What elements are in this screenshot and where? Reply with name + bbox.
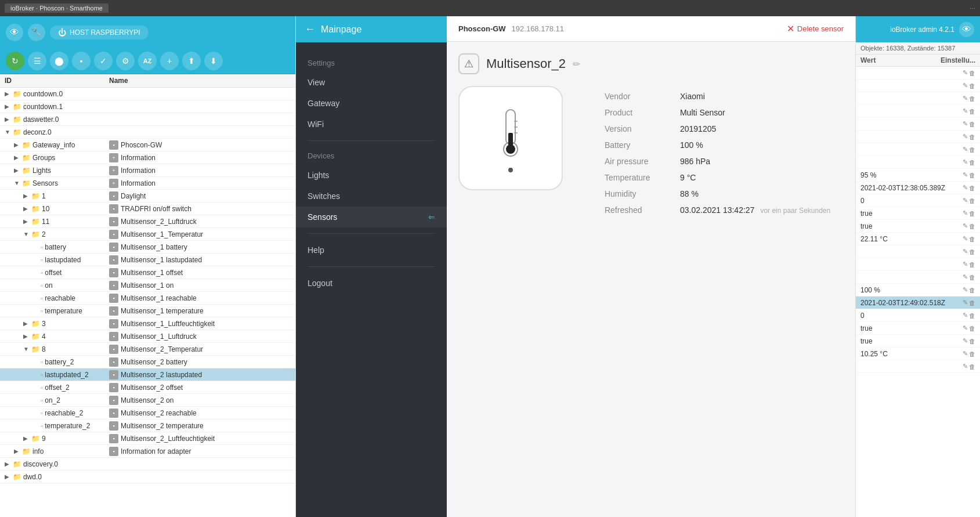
tree-row[interactable]: ▫battery_2▪Multisensor_2 battery [0, 356, 295, 368]
fr-delete-button[interactable]: 🗑 [969, 210, 975, 217]
filter-button[interactable]: ⚙ [116, 52, 135, 70]
add-button[interactable]: + [160, 52, 179, 70]
fr-delete-button[interactable]: 🗑 [969, 185, 975, 191]
tree-row[interactable]: ▼📁8▪Multisensor_2_Temperatur [0, 343, 295, 356]
object-tree[interactable]: ▶📁countdown.0▶📁countdown.1▶📁daswetter.0▼… [0, 88, 295, 517]
nav-lights[interactable]: Lights [296, 165, 447, 186]
fr-edit-button[interactable]: ✎ [963, 312, 968, 319]
tree-row[interactable]: ▫lastupdated_2▪Multisensor_2 lastupdated [0, 368, 295, 381]
fr-delete-button[interactable]: 🗑 [969, 70, 975, 77]
browser-menu[interactable]: ⋯ [970, 5, 975, 12]
fr-edit-button[interactable]: ✎ [963, 222, 968, 230]
tree-row[interactable]: ▫offset▪Multisensor_1 offset [0, 266, 295, 279]
nav-switches[interactable]: Switches [296, 186, 447, 207]
upload-button[interactable]: ⬆ [182, 52, 201, 70]
browser-tab[interactable]: ioBroker · Phoscon · Smarthome [5, 3, 109, 13]
fr-edit-button[interactable]: ✎ [963, 158, 968, 166]
fr-edit-button[interactable]: ✎ [963, 197, 968, 204]
fr-edit-button[interactable]: ✎ [963, 120, 968, 128]
fr-delete-button[interactable]: 🗑 [969, 82, 975, 89]
nav-wifi[interactable]: WiFi [296, 114, 447, 135]
tree-row[interactable]: ▶📁discovery.0 [0, 458, 295, 471]
fr-edit-button[interactable]: ✎ [963, 146, 968, 153]
nav-logout[interactable]: Logout [296, 273, 447, 294]
fr-delete-button[interactable]: 🗑 [969, 95, 975, 102]
fr-delete-button[interactable]: 🗑 [969, 133, 975, 140]
check-button[interactable]: ✓ [94, 52, 113, 70]
refresh-button[interactable]: ↻ [6, 52, 24, 70]
fr-delete-button[interactable]: 🗑 [969, 248, 975, 255]
tree-row[interactable]: ▶📁1▪Daylight [0, 190, 295, 203]
tree-row[interactable]: ▶📁4▪Multisensor_1_Luftdruck [0, 330, 295, 343]
fr-delete-button[interactable]: 🗑 [969, 299, 975, 306]
tree-row[interactable]: ▶📁info▪Information for adapter [0, 445, 295, 458]
fr-delete-button[interactable]: 🗑 [969, 261, 975, 268]
fr-edit-button[interactable]: ✎ [963, 107, 968, 115]
download-button[interactable]: ⬇ [204, 52, 223, 70]
tree-row[interactable]: ▶📁Groups+Information [0, 151, 295, 164]
tree-row[interactable]: ▫reachable_2▪Multisensor_2 reachable [0, 407, 295, 420]
tree-row[interactable]: ▼📁2▪Multisensor_1_Temperatur [0, 228, 295, 241]
tree-row[interactable]: ▶📁11▪Multisensor_2_Luftdruck [0, 215, 295, 228]
fr-edit-button[interactable]: ✎ [963, 337, 968, 345]
fr-delete-button[interactable]: 🗑 [969, 108, 975, 115]
tree-row[interactable]: ▶📁10▪TRADFRI on/off switch [0, 203, 295, 215]
fr-delete-button[interactable]: 🗑 [969, 159, 975, 166]
nav-help[interactable]: Help [296, 240, 447, 261]
host-label[interactable]: ⏻ HOST RASPBERRYPI [50, 26, 149, 39]
nav-sensors[interactable]: Sensors ⇐ [296, 207, 447, 227]
fr-edit-button[interactable]: ✎ [963, 82, 968, 89]
tree-row[interactable]: ▫temperature_2▪Multisensor_2 temperature [0, 420, 295, 432]
fr-edit-button[interactable]: ✎ [963, 273, 968, 281]
fr-edit-button[interactable]: ✎ [963, 69, 968, 77]
fr-edit-button[interactable]: ✎ [963, 350, 968, 357]
tree-row[interactable]: ▫offset_2▪Multisensor_2 offset [0, 381, 295, 394]
circle-button[interactable]: ⬤ [50, 52, 68, 70]
fr-delete-button[interactable]: 🗑 [969, 325, 975, 332]
admin-icon[interactable]: 👁 [959, 22, 974, 37]
tree-row[interactable]: ▶📁countdown.0 [0, 88, 295, 100]
fr-edit-button[interactable]: ✎ [963, 235, 968, 243]
wrench-icon[interactable]: 🔧 [28, 24, 45, 41]
fr-delete-button[interactable]: 🗑 [969, 274, 975, 281]
fr-edit-button[interactable]: ✎ [963, 248, 968, 255]
fr-edit-button[interactable]: ✎ [963, 133, 968, 140]
fr-edit-button[interactable]: ✎ [963, 95, 968, 102]
fr-delete-button[interactable]: 🗑 [969, 236, 975, 243]
tree-row[interactable]: ▼📁deconz.0 [0, 126, 295, 139]
fr-edit-button[interactable]: ✎ [963, 171, 968, 179]
nav-view[interactable]: View [296, 72, 447, 93]
fr-edit-button[interactable]: ✎ [963, 299, 968, 306]
eye-icon[interactable]: 👁 [6, 24, 23, 41]
fr-edit-button[interactable]: ✎ [963, 363, 968, 370]
square-button[interactable]: ▪ [72, 52, 91, 70]
fr-edit-button[interactable]: ✎ [963, 286, 968, 294]
tree-row[interactable]: ▶📁Lights+Information [0, 164, 295, 177]
list-button[interactable]: ☰ [28, 52, 46, 70]
fr-edit-button[interactable]: ✎ [963, 184, 968, 191]
tree-row[interactable]: ▫lastupdated▪Multisensor_1 lastupdated [0, 254, 295, 266]
tree-row[interactable]: ▶📁Gateway_info▪Phoscon-GW [0, 139, 295, 151]
tree-row[interactable]: ▼📁Sensors+Information [0, 177, 295, 190]
tree-row[interactable]: ▫on_2▪Multisensor_2 on [0, 394, 295, 407]
delete-sensor-button[interactable]: ✕ Delete sensor [787, 23, 844, 34]
tree-row[interactable]: ▫on▪Multisensor_1 on [0, 279, 295, 292]
fr-edit-button[interactable]: ✎ [963, 261, 968, 268]
edit-name-icon[interactable]: ✏ [573, 59, 580, 70]
tree-row[interactable]: ▶📁daswetter.0 [0, 113, 295, 126]
tree-row[interactable]: ▶📁9▪Multisensor_2_Luftfeuchtigkeit [0, 432, 295, 445]
fr-delete-button[interactable]: 🗑 [969, 197, 975, 204]
tree-row[interactable]: ▶📁dwd.0 [0, 471, 295, 483]
fr-delete-button[interactable]: 🗑 [969, 363, 975, 370]
fr-delete-button[interactable]: 🗑 [969, 338, 975, 345]
tree-row[interactable]: ▫reachable▪Multisensor_1 reachable [0, 292, 295, 305]
nav-gateway[interactable]: Gateway [296, 93, 447, 114]
tree-row[interactable]: ▶📁countdown.1 [0, 100, 295, 113]
fr-edit-button[interactable]: ✎ [963, 209, 968, 217]
fr-delete-button[interactable]: 🗑 [969, 121, 975, 128]
fr-delete-button[interactable]: 🗑 [969, 287, 975, 294]
tree-row[interactable]: ▫battery▪Multisensor_1 battery [0, 241, 295, 254]
az-button[interactable]: AZ [138, 52, 157, 70]
tree-row[interactable]: ▶📁3▪Multisensor_1_Luftfeuchtigkeit [0, 317, 295, 330]
fr-delete-button[interactable]: 🗑 [969, 146, 975, 153]
